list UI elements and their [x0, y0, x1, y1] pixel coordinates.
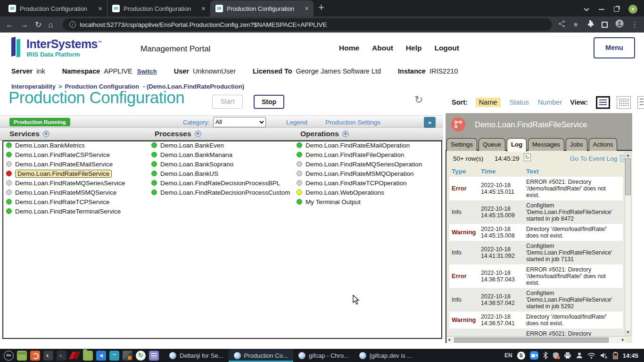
zoom-icon[interactable]	[530, 351, 538, 360]
scroll-down-icon[interactable]	[625, 329, 631, 336]
skype-icon[interactable]: S	[517, 352, 525, 360]
process-name[interactable]: Demo.Loan.BankManana	[160, 151, 232, 158]
operation-item[interactable]: Demo.Loan.FindRateFileOperation	[297, 150, 422, 159]
taskbar-window-button[interactable]: Production Co...	[229, 349, 293, 362]
add-process-icon[interactable]: +	[195, 131, 201, 137]
panel-tab[interactable]: Jobs	[566, 138, 587, 151]
file-manager-icon[interactable]	[17, 351, 27, 361]
panel-tab[interactable]: Queue	[479, 138, 505, 151]
process-name[interactable]: Demo.Loan.BankSoprano	[160, 161, 233, 168]
operation-name[interactable]: Demo.Loan.FindRateTCPOperation	[305, 180, 407, 187]
operation-item[interactable]: Demo.Loan.FindRateTCPOperation	[297, 178, 422, 188]
service-name[interactable]: Demo.Loan.FindRateTCPService	[15, 198, 109, 206]
bookmark-star-icon[interactable]: ★	[573, 20, 579, 29]
log-horizontal-scrollbar[interactable]	[446, 336, 626, 343]
service-name[interactable]: Demo.Loan.FindRateTerminalService	[15, 208, 121, 215]
taskbar-window-button[interactable]: Deltanji for Se...	[164, 349, 229, 362]
operation-name[interactable]: My Terminal Output	[305, 198, 361, 206]
sort-option[interactable]: Name	[476, 98, 501, 107]
view-list-icon[interactable]	[596, 96, 610, 109]
panel-tab[interactable]: Actions	[589, 138, 618, 151]
log-vertical-scrollbar[interactable]	[625, 152, 631, 336]
vscode-icon[interactable]: ◄	[96, 351, 106, 361]
operation-name[interactable]: Demo.Loan.FindRateFileOperation	[305, 151, 404, 158]
panel-tab[interactable]: Settings	[446, 138, 477, 151]
add-service-icon[interactable]: +	[43, 131, 50, 137]
operation-item[interactable]: Demo.Loan.FindRateMSMQOperation	[297, 169, 422, 178]
taskbar-window-button[interactable]: [gifcap.dev is ...	[354, 349, 417, 362]
scroll-right-icon[interactable]	[619, 337, 626, 343]
minimize-icon[interactable]	[599, 9, 604, 10]
printer-icon[interactable]	[564, 352, 571, 359]
service-name[interactable]: Demo.Loan.BankMetrics	[15, 142, 85, 149]
operation-name[interactable]: Demo.Loan.FindRateEMailOperation	[305, 142, 410, 149]
new-tab-button[interactable]: +	[318, 1, 324, 14]
sync-icon[interactable]: ↻	[136, 351, 146, 361]
service-name[interactable]: Demo.Loan.FindRateCSPService	[15, 151, 110, 158]
shield-icon[interactable]	[553, 352, 559, 359]
back-icon[interactable]: ←	[6, 21, 14, 29]
add-operation-icon[interactable]: +	[342, 131, 349, 137]
operation-name[interactable]: Demo.Loan.FindRateMSMQOperation	[305, 170, 414, 177]
tab-search-chevron-icon[interactable]	[584, 8, 589, 11]
go-to-event-log-link[interactable]: Go To Event Log	[570, 155, 617, 162]
browser-menu-icon[interactable]: ⋮	[631, 20, 638, 29]
browser-tab[interactable]: IR Production Configuration ×	[4, 0, 107, 16]
portal-nav-link[interactable]: Logout	[434, 44, 459, 52]
url-text[interactable]: localhost:52773/csp/applive/EnsPortal.Pr…	[80, 21, 327, 28]
vertical-scroll-thumb[interactable]	[625, 158, 631, 195]
reload-icon[interactable]: ↻	[35, 21, 41, 29]
expand-panel-button[interactable]: »	[424, 117, 436, 128]
start-button[interactable]: Start	[212, 95, 243, 109]
extensions-puzzle-icon[interactable]	[586, 20, 594, 29]
mint-menu-icon[interactable]: lm	[4, 351, 14, 361]
taskbar-window-button[interactable]: gifcap - Chro...	[293, 349, 354, 362]
operation-item[interactable]: My Terminal Output	[297, 197, 422, 206]
service-item[interactable]: Demo.Loan.FindRateTCPService	[6, 197, 125, 206]
production-settings-link[interactable]: Production Settings	[325, 119, 380, 126]
tab-close-icon[interactable]: ×	[98, 5, 102, 12]
view-split-icon[interactable]	[637, 96, 644, 109]
portal-nav-link[interactable]: About	[372, 44, 393, 52]
operation-item[interactable]: Demo.Loan.WebOperations	[297, 188, 422, 197]
notes-icon[interactable]	[149, 351, 159, 361]
operation-item[interactable]: Demo.Loan.FindRateMQSeriesOperation	[297, 159, 422, 169]
service-item[interactable]: Demo.Loan.FindRateTerminalService	[6, 206, 125, 216]
service-name[interactable]: Demo.Loan.FindRateMSMQService	[15, 189, 116, 196]
process-name[interactable]: Demo.Loan.BankUS	[160, 170, 218, 177]
close-window-icon[interactable]: ×	[628, 5, 637, 14]
tab-close-icon[interactable]: ×	[305, 5, 309, 12]
service-name[interactable]: Demo.Loan.FindRateEMailService	[15, 161, 113, 168]
process-item[interactable]: Demo.Loan.FindRateDecisionProcessBPL	[151, 178, 290, 188]
process-item[interactable]: Demo.Loan.BankSoprano	[151, 159, 290, 169]
volume-muted-icon[interactable]	[600, 352, 608, 359]
home-icon[interactable]: ⌂	[48, 21, 53, 29]
service-name[interactable]: Demo.Loan.FindRateMQSeriesService	[15, 180, 125, 187]
horizontal-scroll-thumb[interactable]	[454, 337, 609, 343]
panel-tab[interactable]: Messages	[528, 138, 564, 151]
sort-option[interactable]: Number	[538, 99, 562, 106]
process-item[interactable]: Demo.Loan.BankManana	[151, 150, 290, 159]
sort-option[interactable]: Status	[510, 99, 529, 106]
language-indicator[interactable]: EN	[504, 352, 512, 359]
user-icon[interactable]	[576, 352, 583, 359]
browser-tab[interactable]: IR Production Configuration ×	[107, 0, 210, 16]
side-panel-icon[interactable]	[602, 22, 608, 28]
bluetooth-icon[interactable]	[543, 352, 548, 359]
process-name[interactable]: Demo.Loan.BankEven	[160, 142, 224, 149]
stop-button[interactable]: Stop	[254, 95, 284, 109]
process-name[interactable]: Demo.Loan.FindRateDecisionProcessBPL	[160, 180, 280, 187]
browser-tab[interactable]: IR Production Configuration ×	[210, 0, 314, 16]
process-name[interactable]: Demo.Loan.FindRateDecisionProcessCustom	[160, 189, 290, 196]
terminal-icon[interactable]: $_	[43, 351, 53, 361]
calculator-icon[interactable]	[123, 351, 132, 361]
scroll-left-icon[interactable]	[446, 337, 453, 343]
terminal-alt-icon[interactable]: >_	[57, 351, 66, 361]
address-bar[interactable]: i localhost:52773/csp/applive/EnsPortal.…	[63, 18, 552, 31]
portal-nav-link[interactable]: Help	[406, 44, 422, 52]
process-item[interactable]: Demo.Loan.BankEven	[151, 140, 290, 150]
profile-avatar-icon[interactable]	[615, 19, 624, 30]
red-app-icon[interactable]	[70, 351, 80, 361]
service-item[interactable]: Demo.Loan.FindRateFileService	[6, 169, 125, 178]
service-item[interactable]: Demo.Loan.BankMetrics	[6, 140, 125, 150]
